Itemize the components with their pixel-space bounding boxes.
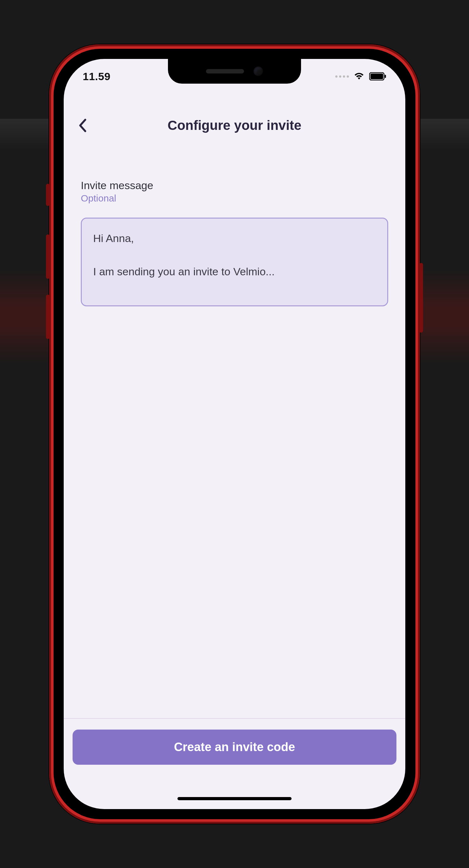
status-time: 11.59	[83, 70, 111, 83]
invite-message-input[interactable]: Hi Anna, I am sending you an invite to V…	[81, 218, 388, 306]
back-button[interactable]	[75, 118, 90, 133]
create-invite-code-button[interactable]: Create an invite code	[72, 730, 397, 765]
invite-message-sublabel: Optional	[81, 193, 388, 204]
status-indicators	[335, 72, 386, 81]
home-indicator[interactable]	[177, 797, 292, 800]
form-content: Invite message Optional Hi Anna, I am se…	[81, 179, 388, 306]
svg-rect-2	[385, 75, 386, 78]
invite-message-label: Invite message	[81, 179, 388, 192]
phone-volume-down	[46, 294, 50, 339]
phone-silence-switch	[46, 184, 50, 206]
phone-volume-up	[46, 235, 50, 279]
app-header: Configure your invite	[64, 110, 405, 141]
svg-rect-1	[371, 73, 383, 79]
battery-icon	[369, 72, 386, 81]
speaker-grille	[206, 69, 244, 73]
page-title: Configure your invite	[168, 118, 301, 133]
front-camera	[254, 66, 263, 76]
phone-frame: 11.59	[49, 44, 420, 824]
phone-screen: 11.59	[64, 59, 405, 809]
carrier-dots-icon	[335, 75, 349, 78]
phone-bezel: 11.59	[54, 49, 415, 819]
chevron-left-icon	[78, 119, 87, 132]
wifi-icon	[353, 72, 365, 81]
phone-notch	[168, 59, 301, 84]
footer: Create an invite code	[64, 718, 405, 765]
phone-power-button	[419, 263, 423, 333]
